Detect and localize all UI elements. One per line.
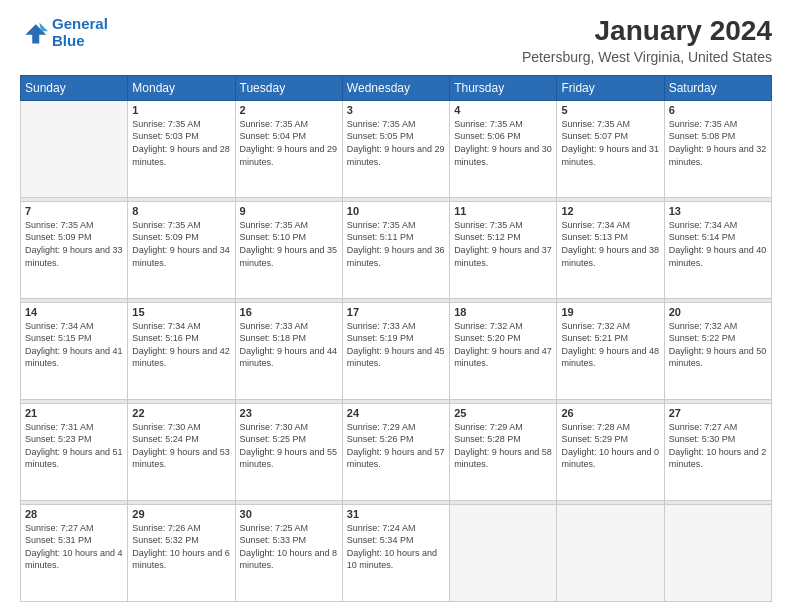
- day-number: 2: [240, 104, 338, 116]
- day-number: 25: [454, 407, 552, 419]
- day-number: 16: [240, 306, 338, 318]
- calendar-cell: 21Sunrise: 7:31 AMSunset: 5:23 PMDayligh…: [21, 403, 128, 500]
- calendar-cell: 15Sunrise: 7:34 AMSunset: 5:16 PMDayligh…: [128, 302, 235, 399]
- calendar-week-row: 7Sunrise: 7:35 AMSunset: 5:09 PMDaylight…: [21, 201, 772, 298]
- day-number: 23: [240, 407, 338, 419]
- calendar-cell: [557, 504, 664, 601]
- day-detail: Sunrise: 7:35 AMSunset: 5:12 PMDaylight:…: [454, 219, 552, 269]
- calendar-cell: 27Sunrise: 7:27 AMSunset: 5:30 PMDayligh…: [664, 403, 771, 500]
- calendar-cell: 4Sunrise: 7:35 AMSunset: 5:06 PMDaylight…: [450, 100, 557, 197]
- day-detail: Sunrise: 7:34 AMSunset: 5:15 PMDaylight:…: [25, 320, 123, 370]
- calendar-cell: 31Sunrise: 7:24 AMSunset: 5:34 PMDayligh…: [342, 504, 449, 601]
- day-number: 22: [132, 407, 230, 419]
- day-number: 28: [25, 508, 123, 520]
- calendar-cell: 14Sunrise: 7:34 AMSunset: 5:15 PMDayligh…: [21, 302, 128, 399]
- calendar-cell: 30Sunrise: 7:25 AMSunset: 5:33 PMDayligh…: [235, 504, 342, 601]
- day-number: 29: [132, 508, 230, 520]
- day-number: 27: [669, 407, 767, 419]
- calendar-cell: [664, 504, 771, 601]
- calendar-cell: 23Sunrise: 7:30 AMSunset: 5:25 PMDayligh…: [235, 403, 342, 500]
- day-number: 18: [454, 306, 552, 318]
- day-detail: Sunrise: 7:32 AMSunset: 5:21 PMDaylight:…: [561, 320, 659, 370]
- day-number: 19: [561, 306, 659, 318]
- day-number: 13: [669, 205, 767, 217]
- calendar-cell: 3Sunrise: 7:35 AMSunset: 5:05 PMDaylight…: [342, 100, 449, 197]
- day-detail: Sunrise: 7:35 AMSunset: 5:09 PMDaylight:…: [132, 219, 230, 269]
- day-number: 12: [561, 205, 659, 217]
- day-detail: Sunrise: 7:32 AMSunset: 5:20 PMDaylight:…: [454, 320, 552, 370]
- logo: General Blue: [20, 16, 108, 49]
- calendar-cell: 10Sunrise: 7:35 AMSunset: 5:11 PMDayligh…: [342, 201, 449, 298]
- calendar-cell: 9Sunrise: 7:35 AMSunset: 5:10 PMDaylight…: [235, 201, 342, 298]
- calendar-cell: 5Sunrise: 7:35 AMSunset: 5:07 PMDaylight…: [557, 100, 664, 197]
- calendar-cell: 16Sunrise: 7:33 AMSunset: 5:18 PMDayligh…: [235, 302, 342, 399]
- day-number: 9: [240, 205, 338, 217]
- day-number: 8: [132, 205, 230, 217]
- day-detail: Sunrise: 7:27 AMSunset: 5:31 PMDaylight:…: [25, 522, 123, 572]
- title-block: January 2024 Petersburg, West Virginia, …: [522, 16, 772, 65]
- calendar-cell: [450, 504, 557, 601]
- col-tuesday: Tuesday: [235, 75, 342, 100]
- day-detail: Sunrise: 7:35 AMSunset: 5:07 PMDaylight:…: [561, 118, 659, 168]
- logo-line2: Blue: [52, 32, 85, 49]
- day-detail: Sunrise: 7:26 AMSunset: 5:32 PMDaylight:…: [132, 522, 230, 572]
- day-detail: Sunrise: 7:33 AMSunset: 5:18 PMDaylight:…: [240, 320, 338, 370]
- day-detail: Sunrise: 7:29 AMSunset: 5:28 PMDaylight:…: [454, 421, 552, 471]
- day-number: 4: [454, 104, 552, 116]
- calendar-cell: 22Sunrise: 7:30 AMSunset: 5:24 PMDayligh…: [128, 403, 235, 500]
- page: General Blue January 2024 Petersburg, We…: [0, 0, 792, 612]
- calendar-week-row: 14Sunrise: 7:34 AMSunset: 5:15 PMDayligh…: [21, 302, 772, 399]
- calendar-week-row: 1Sunrise: 7:35 AMSunset: 5:03 PMDaylight…: [21, 100, 772, 197]
- main-title: January 2024: [522, 16, 772, 47]
- col-monday: Monday: [128, 75, 235, 100]
- day-detail: Sunrise: 7:35 AMSunset: 5:08 PMDaylight:…: [669, 118, 767, 168]
- day-detail: Sunrise: 7:30 AMSunset: 5:25 PMDaylight:…: [240, 421, 338, 471]
- calendar-cell: 28Sunrise: 7:27 AMSunset: 5:31 PMDayligh…: [21, 504, 128, 601]
- day-number: 5: [561, 104, 659, 116]
- day-number: 7: [25, 205, 123, 217]
- calendar-cell: 24Sunrise: 7:29 AMSunset: 5:26 PMDayligh…: [342, 403, 449, 500]
- day-detail: Sunrise: 7:34 AMSunset: 5:14 PMDaylight:…: [669, 219, 767, 269]
- day-number: 1: [132, 104, 230, 116]
- day-detail: Sunrise: 7:32 AMSunset: 5:22 PMDaylight:…: [669, 320, 767, 370]
- calendar-cell: 1Sunrise: 7:35 AMSunset: 5:03 PMDaylight…: [128, 100, 235, 197]
- calendar-header-row: Sunday Monday Tuesday Wednesday Thursday…: [21, 75, 772, 100]
- calendar-table: Sunday Monday Tuesday Wednesday Thursday…: [20, 75, 772, 602]
- calendar-cell: 18Sunrise: 7:32 AMSunset: 5:20 PMDayligh…: [450, 302, 557, 399]
- day-number: 21: [25, 407, 123, 419]
- calendar-week-row: 21Sunrise: 7:31 AMSunset: 5:23 PMDayligh…: [21, 403, 772, 500]
- day-number: 6: [669, 104, 767, 116]
- day-detail: Sunrise: 7:35 AMSunset: 5:05 PMDaylight:…: [347, 118, 445, 168]
- day-number: 15: [132, 306, 230, 318]
- day-detail: Sunrise: 7:35 AMSunset: 5:09 PMDaylight:…: [25, 219, 123, 269]
- calendar-week-row: 28Sunrise: 7:27 AMSunset: 5:31 PMDayligh…: [21, 504, 772, 601]
- calendar-cell: 6Sunrise: 7:35 AMSunset: 5:08 PMDaylight…: [664, 100, 771, 197]
- day-detail: Sunrise: 7:35 AMSunset: 5:10 PMDaylight:…: [240, 219, 338, 269]
- day-detail: Sunrise: 7:31 AMSunset: 5:23 PMDaylight:…: [25, 421, 123, 471]
- day-number: 31: [347, 508, 445, 520]
- day-detail: Sunrise: 7:35 AMSunset: 5:04 PMDaylight:…: [240, 118, 338, 168]
- calendar-cell: 12Sunrise: 7:34 AMSunset: 5:13 PMDayligh…: [557, 201, 664, 298]
- day-detail: Sunrise: 7:29 AMSunset: 5:26 PMDaylight:…: [347, 421, 445, 471]
- day-detail: Sunrise: 7:34 AMSunset: 5:13 PMDaylight:…: [561, 219, 659, 269]
- calendar-cell: 11Sunrise: 7:35 AMSunset: 5:12 PMDayligh…: [450, 201, 557, 298]
- day-number: 26: [561, 407, 659, 419]
- day-detail: Sunrise: 7:34 AMSunset: 5:16 PMDaylight:…: [132, 320, 230, 370]
- calendar-cell: 29Sunrise: 7:26 AMSunset: 5:32 PMDayligh…: [128, 504, 235, 601]
- day-detail: Sunrise: 7:35 AMSunset: 5:03 PMDaylight:…: [132, 118, 230, 168]
- day-number: 10: [347, 205, 445, 217]
- col-wednesday: Wednesday: [342, 75, 449, 100]
- calendar-cell: 25Sunrise: 7:29 AMSunset: 5:28 PMDayligh…: [450, 403, 557, 500]
- day-detail: Sunrise: 7:33 AMSunset: 5:19 PMDaylight:…: [347, 320, 445, 370]
- day-detail: Sunrise: 7:24 AMSunset: 5:34 PMDaylight:…: [347, 522, 445, 572]
- calendar-cell: 7Sunrise: 7:35 AMSunset: 5:09 PMDaylight…: [21, 201, 128, 298]
- col-sunday: Sunday: [21, 75, 128, 100]
- header: General Blue January 2024 Petersburg, We…: [20, 16, 772, 65]
- day-number: 14: [25, 306, 123, 318]
- calendar-cell: 8Sunrise: 7:35 AMSunset: 5:09 PMDaylight…: [128, 201, 235, 298]
- day-number: 20: [669, 306, 767, 318]
- calendar-cell: [21, 100, 128, 197]
- calendar-cell: 19Sunrise: 7:32 AMSunset: 5:21 PMDayligh…: [557, 302, 664, 399]
- day-number: 17: [347, 306, 445, 318]
- day-number: 3: [347, 104, 445, 116]
